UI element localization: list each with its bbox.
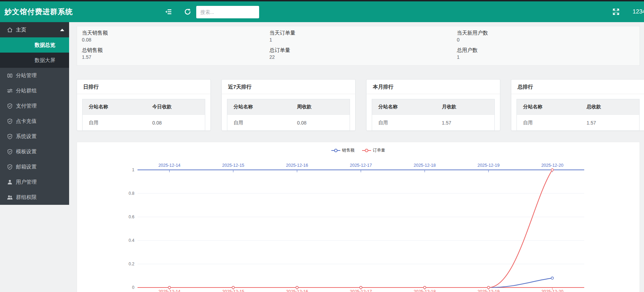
y-tick-label: 0.8: [129, 191, 134, 196]
sidebar-item-label: 群组权限: [16, 194, 37, 201]
sidebar-item-2[interactable]: 数据大屏: [0, 53, 69, 68]
stat-label: 总用户数: [457, 46, 635, 54]
table-row: 自用 0.08: [227, 115, 350, 130]
ranking-card-title: 日排行: [77, 80, 210, 94]
sidebar-item-1[interactable]: 数据总览: [0, 37, 69, 53]
stat-column-1: 当天订单量1总订单量22: [265, 26, 452, 65]
sidebar-item-label: 分站群组: [16, 88, 37, 94]
col-amount: 总收款: [587, 104, 639, 110]
ranking-card-title: 近7天排行: [222, 80, 355, 94]
shield-icon: [7, 164, 13, 170]
sidebar-item-9[interactable]: 邮箱设置: [0, 159, 69, 174]
top-x-axis: 2025-12-142025-12-152025-12-162025-12-17…: [138, 163, 584, 172]
y-tick-label: 0.4: [129, 238, 134, 243]
chevron-up-icon: [60, 29, 64, 31]
sidebar-item-label: 系统设置: [16, 133, 37, 140]
legend-label: 销售额: [342, 147, 354, 153]
stat-label: 当天订单量: [269, 29, 447, 37]
sidebar-item-label: 主页: [16, 27, 26, 33]
ranking-table-header: 分站名称 周收款: [227, 99, 350, 115]
ranking-table-header: 分站名称 今日收款: [83, 99, 205, 115]
sidebar-item-label: 点卡充值: [16, 118, 37, 125]
top-axis-label: 2025-12-14: [158, 163, 180, 168]
bottom-axis-label: 2025-12-18: [414, 289, 436, 292]
sidebar-item-label: 模板设置: [16, 148, 37, 155]
line-chart: 00.20.40.60.812025-12-142025-12-152025-1…: [77, 142, 640, 292]
data-point-marker: [168, 286, 171, 289]
stat-label: 总订单量: [269, 46, 447, 54]
sliders-icon: [7, 88, 13, 94]
user-label[interactable]: 12345: [633, 1, 644, 22]
stat-value: 0.08: [82, 37, 260, 43]
col-site-name: 分站名称: [227, 104, 297, 110]
stats-summary-card: 当天销售额0.08总销售额1.57当天订单量1总订单量22当天新用户数0总用户数…: [77, 26, 640, 66]
fullscreen-expand-icon[interactable]: [612, 8, 620, 16]
users-icon: [7, 194, 13, 200]
col-amount: 月收款: [442, 104, 494, 110]
ranking-table-header: 分站名称 月收款: [372, 99, 494, 115]
menu-fold-icon[interactable]: [165, 8, 173, 16]
sales-orders-chart-card: 00.20.40.60.812025-12-142025-12-152025-1…: [77, 142, 640, 292]
stat-column-2: 当天新用户数0总用户数1: [452, 26, 640, 65]
sidebar-item-label: 邮箱设置: [16, 164, 37, 170]
ranking-card-3: 总排行 分站名称 总收款 自用 1.57: [511, 79, 644, 131]
col-site-name: 分站名称: [517, 104, 587, 110]
legend-item-销售额[interactable]: 销售额: [331, 147, 354, 153]
bottom-axis-label: 2025-12-15: [222, 289, 244, 292]
stat-label: 总销售额: [82, 46, 260, 54]
bottom-axis-label: 2025-12-17: [350, 289, 372, 292]
ranking-table: 分站名称 今日收款 自用 0.08: [82, 99, 205, 131]
ranking-card-title: 本月排行: [367, 80, 500, 94]
ranking-table: 分站名称 总收款 自用 1.57: [517, 99, 640, 131]
sidebar-item-label: 数据大屏: [35, 57, 55, 64]
sidebar-item-4[interactable]: 分站群组: [0, 83, 69, 98]
data-point-marker: [296, 286, 298, 289]
sidebar-item-11[interactable]: 群组权限: [0, 190, 69, 205]
data-point-marker: [487, 286, 490, 289]
sidebar-item-8[interactable]: 模板设置: [0, 144, 69, 159]
columns-icon: [7, 73, 13, 79]
col-site-name: 分站名称: [372, 104, 442, 110]
top-axis-label: 2025-12-18: [414, 163, 436, 168]
home-icon: [7, 27, 13, 33]
ranking-card-2: 本月排行 分站名称 月收款 自用 1.57: [366, 79, 500, 131]
bottom-axis-label: 2025-12-19: [477, 289, 500, 292]
cell-amount: 1.57: [587, 120, 639, 126]
sidebar-item-3[interactable]: 分站管理: [0, 68, 69, 83]
user-icon: [7, 179, 13, 185]
sidebar-item-5[interactable]: 支付管理: [0, 98, 69, 113]
sidebar-item-label: 分站管理: [16, 72, 37, 79]
sidebar-item-7[interactable]: 系统设置: [0, 129, 69, 144]
app-title: 妙文馆付费进群系统: [4, 1, 73, 22]
sidebar-item-0[interactable]: 主页: [0, 22, 69, 37]
bottom-axis-label: 2025-12-20: [541, 289, 564, 292]
chart-legend: 销售额订单量: [77, 147, 640, 153]
shield-icon: [7, 103, 13, 109]
y-tick-label: 0.2: [129, 262, 134, 266]
stat-label: 当天销售额: [82, 29, 260, 37]
data-point-marker: [551, 169, 553, 171]
stat-column-0: 当天销售额0.08总销售额1.57: [77, 26, 265, 65]
data-point-marker: [232, 286, 235, 289]
cell-site-name: 自用: [372, 120, 442, 126]
sidebar-item-10[interactable]: 用户管理: [0, 174, 69, 190]
stat-label: 当天新用户数: [457, 29, 635, 37]
sidebar-item-label: 支付管理: [16, 103, 37, 109]
stat-value: 0: [457, 37, 635, 43]
legend-item-订单量[interactable]: 订单量: [362, 147, 385, 153]
stat-value: 22: [269, 54, 447, 61]
legend-marker-icon: [331, 148, 340, 153]
shield-icon: [7, 134, 13, 139]
search-input[interactable]: [196, 6, 259, 18]
col-amount: 周收款: [297, 104, 350, 110]
top-axis-label: 2025-12-19: [477, 163, 500, 168]
stat-value: 1: [269, 37, 447, 43]
sidebar-item-label: 数据总览: [35, 42, 55, 48]
sidebar-item-6[interactable]: 点卡充值: [0, 113, 69, 129]
data-point-marker: [424, 286, 426, 289]
refresh-icon[interactable]: [184, 8, 191, 16]
ranking-card-title: 总排行: [511, 80, 644, 94]
table-row: 自用 0.08: [83, 115, 205, 130]
y-tick-label: 1: [132, 167, 134, 172]
cell-amount: 0.08: [297, 120, 350, 126]
